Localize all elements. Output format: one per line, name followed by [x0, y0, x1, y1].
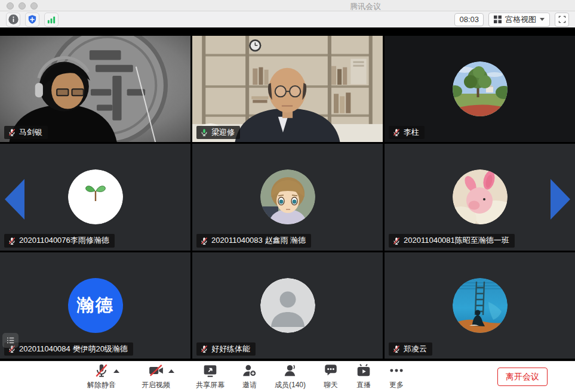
video-options-caret[interactable]	[168, 369, 174, 373]
mic-options-caret[interactable]	[113, 369, 119, 373]
chat-button[interactable]: 聊天	[323, 363, 339, 390]
participant-name-badge: 梁迎修	[196, 126, 240, 139]
network-signal-icon[interactable]	[44, 13, 59, 27]
traffic-light-zoom[interactable]	[30, 2, 38, 10]
mic-muted-icon	[392, 345, 401, 353]
participant-name: 郑凌云	[404, 344, 427, 354]
list-icon	[6, 336, 16, 345]
participant-tile[interactable]: 瀚德 好好练体能 202011040084 樊伊萌20级瀚德	[0, 252, 190, 359]
mic-muted-icon	[94, 363, 109, 381]
video-grid: 马剑银	[0, 28, 575, 361]
participant-name: 202011040081陈昭至瀚德一班	[404, 236, 509, 245]
bottom-toolbar: 解除静音 开启视频 共享屏幕	[0, 361, 575, 392]
avatar	[68, 169, 123, 224]
info-icon[interactable]	[6, 13, 20, 27]
next-page-arrow[interactable]	[551, 179, 570, 220]
avatar-text: 瀚德	[77, 294, 114, 317]
participant-name: 202011040083 赵鑫雨 瀚德	[211, 236, 306, 245]
participant-tile[interactable]: 李柱	[385, 36, 575, 142]
participant-tile[interactable]: 202011040076李雨修瀚德	[0, 144, 190, 250]
avatar	[453, 278, 508, 333]
top-toolbar: 08:03 宫格视图	[0, 11, 575, 28]
share-screen-button[interactable]: 共享屏幕	[196, 363, 225, 390]
participant-name: 202011040084 樊伊萌20级瀚德	[19, 344, 128, 354]
mic-muted-icon	[392, 237, 401, 245]
view-mode-selector[interactable]: 宫格视图	[488, 13, 550, 27]
caret-down-icon	[540, 18, 545, 21]
live-icon	[356, 363, 371, 381]
participant-tile[interactable]: 郑凌云	[385, 252, 575, 359]
grid-view-icon	[494, 16, 502, 23]
meeting-timer: 08:03	[454, 13, 484, 26]
participant-tile[interactable]: 好好练体能	[192, 252, 383, 359]
participant-name: 202011040076李雨修瀚德	[19, 236, 109, 245]
participant-name-badge: 202011040081陈昭至瀚德一班	[389, 234, 515, 247]
chat-icon	[323, 363, 339, 381]
mic-muted-icon	[200, 237, 208, 245]
list-view-toggle[interactable]	[2, 333, 19, 348]
leave-meeting-button[interactable]: 离开会议	[497, 368, 548, 386]
participant-name-badge: 马剑银	[4, 126, 48, 139]
avatar	[453, 169, 508, 224]
more-icon	[389, 363, 404, 381]
invite-icon	[242, 363, 257, 381]
mic-muted-icon	[392, 128, 401, 137]
participant-name: 好好练体能	[211, 344, 250, 354]
camera-off-icon	[148, 363, 164, 381]
avatar	[260, 169, 315, 224]
live-stream-button[interactable]: 直播	[356, 363, 371, 390]
more-button[interactable]: 更多	[389, 363, 404, 390]
avatar	[260, 278, 315, 333]
participant-tile-active-speaker[interactable]: 梁迎修	[192, 36, 383, 142]
avatar	[453, 61, 508, 116]
mic-muted-icon	[8, 237, 16, 245]
share-screen-icon	[202, 363, 218, 381]
mic-active-icon	[200, 128, 208, 137]
participant-tile[interactable]: 202011040081陈昭至瀚德一班	[385, 144, 575, 250]
members-button[interactable]: 成员(140)	[275, 363, 306, 390]
fullscreen-icon[interactable]	[555, 13, 569, 27]
window-title: 腾讯会议	[350, 1, 381, 12]
participant-name-badge: 202011040083 赵鑫雨 瀚德	[196, 234, 311, 247]
mic-muted-icon	[8, 128, 16, 137]
participant-name-badge: 202011040076李雨修瀚德	[4, 234, 115, 247]
participant-name-badge: 郑凌云	[389, 342, 432, 356]
invite-button[interactable]: 邀请	[242, 363, 257, 390]
participant-tile[interactable]: 马剑银	[0, 36, 190, 142]
participant-name: 李柱	[404, 128, 419, 137]
participant-tile[interactable]: 202011040083 赵鑫雨 瀚德	[192, 144, 383, 250]
participant-name: 马剑银	[19, 128, 42, 137]
mic-muted-icon	[200, 345, 208, 353]
traffic-light-minimize[interactable]	[19, 2, 26, 10]
traffic-light-close[interactable]	[7, 2, 14, 10]
meeting-window: 腾讯会议 08:03 宫格视图	[0, 0, 575, 392]
participant-name: 梁迎修	[211, 128, 235, 137]
titlebar: 腾讯会议	[0, 0, 575, 11]
avatar: 瀚德	[68, 278, 123, 333]
participant-name-badge: 李柱	[389, 126, 425, 139]
view-mode-label: 宫格视图	[505, 14, 536, 25]
security-shield-icon[interactable]	[25, 13, 39, 27]
members-icon	[282, 363, 298, 381]
start-video-button[interactable]: 开启视频	[142, 363, 170, 390]
participant-name-badge: 好好练体能	[196, 342, 256, 356]
participant-name-badge: 好好练体能 202011040084 樊伊萌20级瀚德	[4, 342, 133, 356]
previous-page-arrow[interactable]	[5, 179, 24, 220]
unmute-button[interactable]: 解除静音	[87, 363, 116, 390]
